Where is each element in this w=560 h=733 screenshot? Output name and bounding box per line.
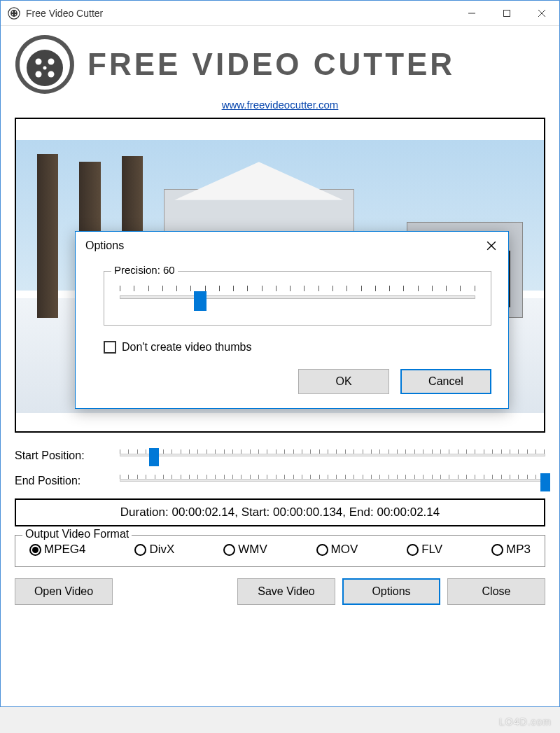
app-name: FREE VIDEO CUTTER <box>88 47 455 82</box>
radio-label: FLV <box>421 543 442 557</box>
format-radio-divx[interactable]: DivX <box>134 543 174 557</box>
radio-label: MOV <box>331 543 358 557</box>
maximize-button[interactable] <box>489 1 524 26</box>
svg-point-15 <box>43 67 47 70</box>
duration-info: Duration: 00:00:02.14, Start: 00:00:00.1… <box>15 498 545 526</box>
radio-icon <box>223 544 235 556</box>
window-title: Free Video Cutter <box>26 8 454 19</box>
logo-row: FREE VIDEO CUTTER <box>15 34 545 95</box>
cancel-button[interactable]: Cancel <box>400 369 491 394</box>
options-button[interactable]: Options <box>342 578 440 605</box>
format-radio-flv[interactable]: FLV <box>407 543 442 557</box>
close-button[interactable] <box>524 1 559 26</box>
end-position-slider[interactable] <box>120 470 545 491</box>
radio-icon <box>491 544 503 556</box>
ok-button[interactable]: OK <box>298 369 389 394</box>
svg-point-12 <box>48 59 55 65</box>
format-radio-wmv[interactable]: WMV <box>223 543 267 557</box>
output-format-legend: Output Video Format <box>22 528 132 540</box>
website-link[interactable]: www.freevideocutter.com <box>222 99 339 111</box>
svg-point-5 <box>15 13 16 15</box>
radio-label: MP3 <box>506 543 531 557</box>
precision-label: Precision: 60 <box>111 264 178 276</box>
thumbs-checkbox[interactable] <box>104 341 116 354</box>
svg-rect-7 <box>504 10 510 16</box>
save-video-button[interactable]: Save Video <box>237 578 335 605</box>
dialog-close-button[interactable] <box>475 232 508 260</box>
watermark: LO4D.com <box>499 716 552 727</box>
minimize-button[interactable] <box>454 1 489 26</box>
svg-point-13 <box>36 71 42 78</box>
svg-point-1 <box>10 10 18 17</box>
logo-icon <box>15 34 75 95</box>
close-app-button[interactable]: Close <box>447 578 545 605</box>
radio-icon <box>29 544 41 556</box>
radio-label: MPEG4 <box>44 543 86 557</box>
format-radio-mov[interactable]: MOV <box>316 543 358 557</box>
output-format-group: Output Video Format MPEG4DivXWMVMOVFLVMP… <box>15 535 545 567</box>
svg-point-11 <box>36 59 42 65</box>
format-radio-mp3[interactable]: MP3 <box>491 543 531 557</box>
thumbs-checkbox-label: Don't create video thumbs <box>122 341 251 354</box>
radio-icon <box>316 544 328 556</box>
svg-point-4 <box>12 13 13 15</box>
app-icon <box>8 7 20 20</box>
svg-point-14 <box>48 71 55 78</box>
radio-icon <box>407 544 419 556</box>
end-position-label: End Position: <box>15 475 120 487</box>
format-radio-mpeg4[interactable]: MPEG4 <box>29 543 86 557</box>
svg-point-2 <box>12 11 13 13</box>
radio-label: DivX <box>149 543 174 557</box>
open-video-button[interactable]: Open Video <box>15 578 113 605</box>
precision-slider[interactable] <box>114 286 481 311</box>
dialog-titlebar[interactable]: Options <box>76 232 508 260</box>
radio-icon <box>134 544 146 556</box>
titlebar[interactable]: Free Video Cutter <box>1 1 559 26</box>
dialog-title: Options <box>85 239 475 252</box>
precision-group: Precision: 60 <box>104 271 491 326</box>
start-position-label: Start Position: <box>15 449 120 462</box>
radio-label: WMV <box>238 543 267 557</box>
svg-point-3 <box>15 11 16 13</box>
start-position-slider[interactable] <box>120 445 545 466</box>
options-dialog: Options Precision: 60 Don't create video… <box>75 231 509 409</box>
